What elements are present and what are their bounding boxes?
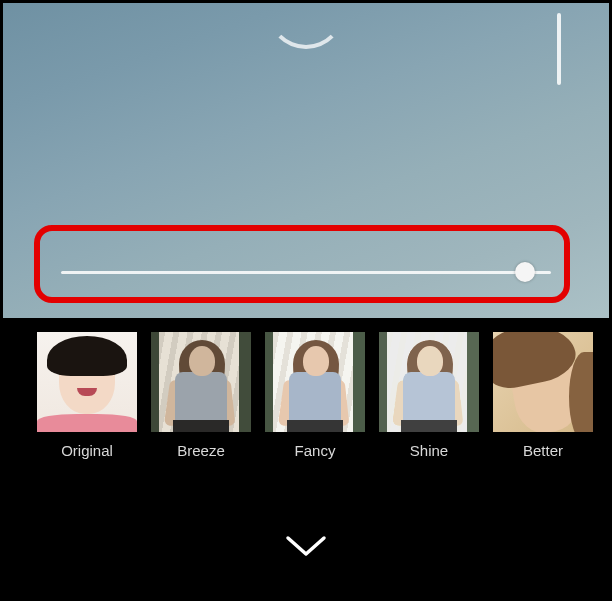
- filter-item-shine[interactable]: Shine: [379, 332, 479, 459]
- filter-thumb-original: [37, 332, 137, 432]
- filter-label: Fancy: [295, 442, 336, 459]
- filter-item-better[interactable]: Better: [493, 332, 593, 459]
- filter-label: Breeze: [177, 442, 225, 459]
- filter-thumb-shine: [379, 332, 479, 432]
- chevron-down-icon[interactable]: [284, 534, 328, 564]
- filter-item-breeze[interactable]: Breeze: [151, 332, 251, 459]
- filter-item-original[interactable]: Original: [37, 332, 137, 459]
- filter-thumb-breeze: [151, 332, 251, 432]
- intensity-slider[interactable]: [61, 263, 551, 283]
- filter-thumb-fancy: [265, 332, 365, 432]
- filter-label: Better: [523, 442, 563, 459]
- filter-thumb-better: [493, 332, 593, 432]
- filter-label: Original: [61, 442, 113, 459]
- filter-item-fancy[interactable]: Fancy: [265, 332, 365, 459]
- collapse-area: [3, 528, 609, 598]
- reticle-arc: [267, 3, 345, 49]
- slider-thumb[interactable]: [515, 262, 535, 282]
- photo-preview: [3, 3, 609, 318]
- vertical-indicator: [557, 13, 561, 85]
- slider-track: [61, 271, 551, 274]
- filter-list: Original Breeze Fancy: [3, 332, 609, 459]
- filter-strip: Original Breeze Fancy: [3, 318, 609, 528]
- filter-label: Shine: [410, 442, 448, 459]
